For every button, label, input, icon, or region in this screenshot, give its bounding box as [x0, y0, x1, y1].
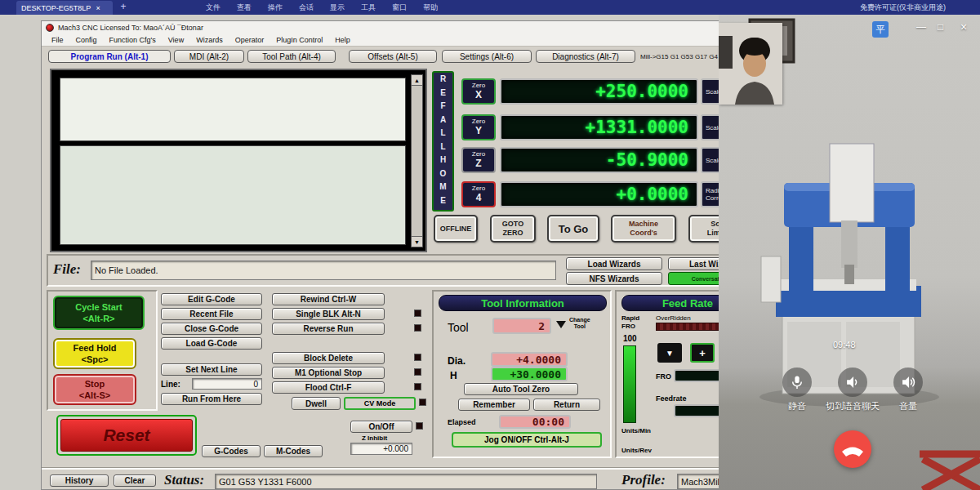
z-axis-dro[interactable]: -50.9000 [500, 147, 698, 173]
scroll-down-icon[interactable]: ▼ [412, 236, 422, 247]
units-rev-label: Units/Rev [621, 447, 652, 454]
zero-z-button[interactable]: Zero Z [461, 147, 496, 173]
line-number-field[interactable]: 0 [192, 378, 262, 390]
run-from-here-button[interactable]: Run From Here [161, 393, 262, 405]
edit-gcode-button[interactable]: Edit G-Code [161, 293, 262, 305]
recent-file-button[interactable]: Recent File [161, 308, 262, 320]
on-off-button[interactable]: On/Off [350, 421, 412, 433]
set-next-line-button[interactable]: Set Next Line [161, 363, 262, 376]
menu-help[interactable]: Help [335, 36, 350, 44]
m1-optional-stop-button[interactable]: M1 Optional Stop [272, 367, 385, 379]
dwell-button[interactable]: Dwell [292, 397, 341, 410]
close-gcode-button[interactable]: Close G-Code [161, 323, 262, 335]
block-delete-button[interactable]: Block Delete [272, 352, 385, 364]
tool-h-display[interactable]: +30.0000 [491, 367, 568, 381]
cycle-start-button[interactable]: Cycle Start <Alt-R> [53, 296, 145, 330]
offline-button[interactable]: OFFLINE [434, 215, 478, 243]
taskbar-menu-item[interactable]: 操作 [268, 2, 283, 13]
tab-close-icon[interactable]: × [96, 4, 100, 12]
gcode-display-lower[interactable] [60, 145, 406, 245]
taskbar-menu-item[interactable]: 查看 [237, 2, 252, 13]
voice-chat-button[interactable] [838, 368, 867, 397]
mcodes-button[interactable]: M-Codes [264, 445, 323, 457]
file-name-field[interactable]: No File Loaded. [91, 261, 556, 280]
tool-info-header: Tool Information [439, 295, 607, 311]
close-icon[interactable]: × [960, 20, 967, 33]
jog-onoff-button[interactable]: Jog ON/OFF Ctrl-Alt-J [452, 432, 602, 448]
change-tool-icon[interactable] [556, 321, 566, 328]
clear-button[interactable]: Clear [114, 474, 156, 487]
tool-dia-display[interactable]: +4.0000 [491, 352, 568, 367]
tab-settings[interactable]: Settings (Alt-6) [442, 50, 532, 63]
reverse-run-button[interactable]: Reverse Run [272, 323, 385, 335]
maximize-icon[interactable]: □ [938, 21, 943, 33]
new-tab-button[interactable]: + [118, 1, 129, 13]
to-go-button[interactable]: To Go [547, 215, 599, 243]
load-gcode-button[interactable]: Load G-Code [161, 337, 262, 350]
feedrate-label: Feedrate [656, 394, 687, 403]
menu-file[interactable]: File [51, 36, 64, 44]
volume-button[interactable] [893, 368, 923, 397]
z-inhibit-field[interactable]: +0.000 [350, 443, 412, 455]
webcam-thumbnail[interactable] [719, 23, 782, 105]
auto-tool-zero-button[interactable]: Auto Tool Zero [464, 383, 578, 395]
flood-led [414, 383, 421, 390]
tab-diagnostics[interactable]: Diagnostics (Alt-7) [536, 50, 635, 63]
minimize-icon[interactable]: — [916, 21, 926, 33]
y-axis-dro[interactable]: +1331.0000 [500, 114, 698, 140]
scroll-up-icon[interactable]: ▲ [412, 75, 422, 86]
fourth-axis-dro[interactable]: +0.0000 [500, 181, 698, 207]
x-axis-dro[interactable]: +250.0000 [500, 78, 698, 105]
taskbar-menu-item[interactable]: 会话 [299, 2, 314, 13]
feed-hold-button[interactable]: Feed Hold <Spc> [53, 338, 136, 369]
zero-x-button[interactable]: Zero X [461, 78, 496, 105]
tab-mdi[interactable]: MDI (Alt-2) [174, 50, 244, 63]
gcodes-button[interactable]: G-Codes [202, 445, 261, 457]
history-button[interactable]: History [50, 474, 109, 487]
ime-badge[interactable]: 平 [872, 21, 889, 38]
gcode-scrollbar[interactable]: ▲ ▼ [411, 74, 423, 247]
menu-operator[interactable]: Operator [235, 36, 265, 44]
zero-4-button[interactable]: Zero 4 [461, 181, 496, 207]
machine-coords-button[interactable]: Machine Coord's [611, 215, 676, 243]
gcode-display-upper[interactable] [60, 78, 406, 141]
block-delete-led [414, 354, 421, 361]
taskbar-menu-item[interactable]: 帮助 [423, 2, 438, 13]
remember-button[interactable]: Remember [458, 399, 530, 411]
menu-plugin-control[interactable]: PlugIn Control [276, 36, 323, 44]
desktop-tab[interactable]: DESKTOP-EG5T8LP × [16, 1, 113, 15]
rewind-button[interactable]: Rewind Ctrl-W [272, 293, 385, 305]
menu-function-cfgs[interactable]: Function Cfg's [109, 36, 156, 44]
flood-button[interactable]: Flood Ctrl-F [272, 381, 385, 394]
spindle [844, 265, 854, 284]
tool-number-display[interactable]: 2 [492, 318, 551, 334]
single-blk-button[interactable]: Single BLK Alt-N [272, 308, 385, 320]
cv-mode-led [419, 399, 426, 406]
tab-program-run[interactable]: Program Run (Alt-1) [48, 50, 171, 63]
mute-button[interactable] [782, 368, 812, 397]
taskbar-menu-item[interactable]: 工具 [361, 2, 376, 13]
taskbar-menu-item[interactable]: 显示 [330, 2, 345, 13]
goto-zero-button[interactable]: GOTO ZERO [490, 215, 536, 243]
menu-config[interactable]: Config [76, 36, 97, 44]
reset-button[interactable]: Reset [56, 415, 197, 456]
cv-mode-indicator[interactable]: CV Mode [344, 397, 416, 410]
fro-down-button[interactable]: ▼ [657, 343, 682, 363]
hangup-button[interactable] [834, 430, 871, 468]
return-button[interactable]: Return [533, 399, 600, 411]
fro-up-button[interactable]: + [690, 343, 715, 363]
tab-tool-path[interactable]: Tool Path (Alt-4) [247, 50, 336, 63]
taskbar-menu-item[interactable]: 文件 [206, 2, 220, 13]
tab-offsets[interactable]: Offsets (Alt-5) [349, 50, 437, 63]
menu-wizards[interactable]: Wizards [196, 36, 223, 44]
nfs-wizards-button[interactable]: NFS Wizards [566, 272, 662, 285]
ref-all-home-button[interactable]: R E F A L L H O M E [432, 71, 454, 212]
stop-button[interactable]: Stop <Alt-S> [53, 374, 136, 405]
change-tool-label[interactable]: Change Tool [569, 317, 590, 331]
fro-bar[interactable] [623, 345, 636, 423]
zero-y-button[interactable]: Zero Y [461, 114, 496, 140]
taskbar-menu-item[interactable]: 窗口 [392, 2, 407, 13]
menu-view[interactable]: View [168, 36, 184, 44]
call-timestamp: 09:48 [833, 340, 856, 350]
load-wizards-button[interactable]: Load Wizards [566, 257, 662, 270]
